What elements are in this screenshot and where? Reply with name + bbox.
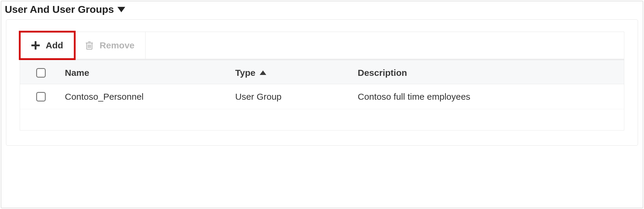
table-empty-space bbox=[20, 109, 624, 130]
row-name-cell: Contoso_Personnel bbox=[62, 92, 232, 102]
trash-icon bbox=[85, 41, 94, 50]
table-header-row: Name Type Description bbox=[20, 59, 624, 84]
select-all-checkbox[interactable] bbox=[36, 68, 46, 78]
column-header-name[interactable]: Name bbox=[62, 68, 232, 78]
row-checkbox-cell bbox=[20, 92, 62, 102]
section-header[interactable]: User And User Groups bbox=[1, 1, 643, 18]
column-header-name-label: Name bbox=[65, 68, 89, 78]
add-button-label: Add bbox=[46, 40, 63, 50]
toolbar: Add Remove bbox=[20, 32, 624, 59]
remove-button[interactable]: Remove bbox=[74, 32, 146, 59]
remove-button-label: Remove bbox=[100, 40, 134, 50]
column-header-description[interactable]: Description bbox=[355, 68, 624, 78]
inner-panel: Add Remove bbox=[6, 19, 638, 146]
row-description: Contoso full time employees bbox=[358, 92, 470, 102]
row-type-cell: User Group bbox=[232, 92, 355, 102]
svg-rect-2 bbox=[31, 44, 40, 46]
section-title: User And User Groups bbox=[5, 4, 114, 15]
panel-outer: User And User Groups Add bbox=[1, 1, 643, 208]
add-button[interactable]: Add bbox=[19, 31, 76, 60]
caret-down-icon bbox=[117, 7, 125, 12]
user-groups-table: Name Type Description Contoso_Personn bbox=[20, 59, 624, 130]
row-checkbox[interactable] bbox=[36, 92, 46, 102]
table-row[interactable]: Contoso_Personnel User Group Contoso ful… bbox=[20, 84, 624, 109]
column-header-checkbox bbox=[20, 68, 62, 78]
column-header-type[interactable]: Type bbox=[232, 68, 355, 78]
row-type: User Group bbox=[235, 92, 282, 102]
column-header-description-label: Description bbox=[358, 68, 407, 78]
svg-marker-0 bbox=[117, 7, 125, 12]
plus-icon bbox=[31, 41, 40, 50]
svg-marker-9 bbox=[260, 70, 266, 75]
row-description-cell: Contoso full time employees bbox=[355, 92, 624, 102]
toolbar-spacer bbox=[146, 32, 624, 59]
column-header-type-label: Type bbox=[235, 68, 256, 78]
sort-asc-icon bbox=[260, 70, 266, 75]
row-name: Contoso_Personnel bbox=[65, 92, 144, 102]
